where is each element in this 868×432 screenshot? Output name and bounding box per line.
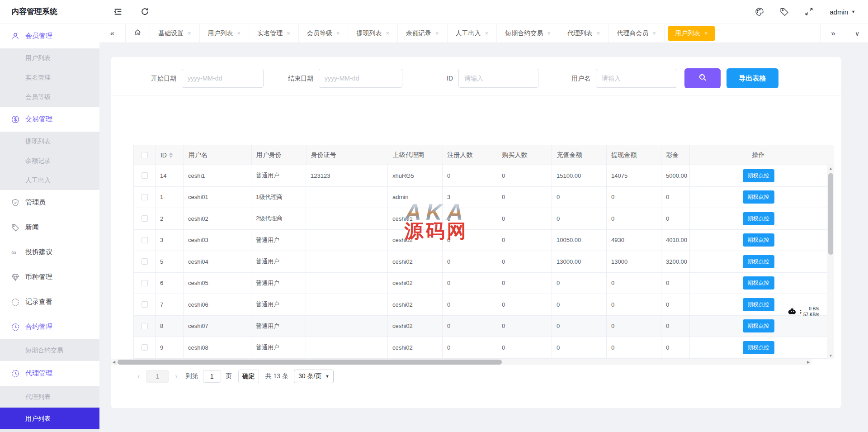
scroll-left-icon[interactable]: ◀	[111, 359, 117, 365]
refresh-icon[interactable]	[140, 7, 150, 17]
sidebar-item-agent-list[interactable]: 代理列表	[0, 386, 99, 408]
sidebar-group-contract[interactable]: 合约管理	[0, 314, 99, 339]
scroll-up-icon[interactable]: ▲	[827, 165, 834, 171]
collapse-menu-icon[interactable]	[113, 7, 123, 17]
sidebar-item-short-contract[interactable]: 短期合约交易	[0, 339, 99, 361]
tabs-scroll-left-button[interactable]: «	[99, 24, 126, 43]
sidebar-group-records[interactable]: 记录查看	[0, 290, 99, 314]
row-checkbox[interactable]	[142, 237, 148, 243]
home-tab[interactable]	[126, 24, 150, 43]
close-icon[interactable]: ×	[435, 30, 439, 37]
option-control-button[interactable]: 期权点控	[743, 255, 774, 268]
search-button[interactable]	[684, 68, 721, 88]
close-icon[interactable]: ×	[287, 30, 290, 37]
cat-icon	[788, 307, 798, 317]
option-control-button[interactable]: 期权点控	[743, 190, 774, 204]
sidebar-item-realname[interactable]: 实名管理	[0, 68, 99, 87]
row-checkbox[interactable]	[142, 301, 148, 308]
tab-user-list-active[interactable]: 用户列表×	[668, 26, 715, 41]
table-row: 14 ceshi1 普通用户 123123 xhuRG5 0 0 15100.0…	[133, 165, 834, 187]
close-icon[interactable]: ×	[336, 30, 340, 37]
id-input[interactable]	[458, 69, 538, 88]
next-page-icon[interactable]: ›	[173, 372, 179, 380]
sidebar-item-agent-user-list[interactable]: 用户列表	[0, 408, 99, 429]
horizontal-scroll-thumb[interactable]	[118, 360, 502, 365]
row-checkbox[interactable]	[142, 258, 148, 265]
option-control-button[interactable]: 期权点控	[743, 319, 774, 332]
tab-manual-inout[interactable]: 人工出入×	[448, 24, 497, 43]
sidebar-group-admin[interactable]: 管理员	[0, 190, 99, 215]
sidebar-item-member-level[interactable]: 会员等级	[0, 87, 99, 107]
header-spacer	[827, 145, 834, 165]
sidebar-item-withdraw-list[interactable]: 提现列表	[0, 132, 99, 151]
top-header: admin ▼	[99, 0, 868, 24]
sidebar-item-balance-records[interactable]: 余额记录	[0, 151, 99, 171]
close-icon[interactable]: ×	[485, 30, 489, 37]
clock-icon	[11, 370, 19, 378]
submenu-agent: 代理列表 用户列表	[0, 386, 99, 432]
row-checkbox[interactable]	[142, 280, 148, 286]
row-checkbox[interactable]	[142, 323, 148, 329]
row-checkbox[interactable]	[142, 194, 148, 200]
tab-member-level[interactable]: 会员等级×	[299, 24, 349, 43]
option-control-button[interactable]: 期权点控	[743, 212, 774, 225]
tag-icon[interactable]	[780, 7, 789, 16]
export-button[interactable]: 导出表格	[726, 68, 778, 88]
tab-list: 基础设置× 用户列表× 实名管理× 会员等级× 提现列表× 余额记录× 人工出入…	[150, 24, 820, 43]
tab-agent-list[interactable]: 代理列表×	[559, 24, 609, 43]
option-control-button[interactable]: 期权点控	[743, 341, 774, 354]
palette-icon[interactable]	[755, 7, 764, 16]
sidebar-group-currency[interactable]: 币种管理	[0, 265, 99, 290]
row-checkbox[interactable]	[142, 215, 148, 222]
select-all-checkbox[interactable]	[142, 152, 148, 158]
sidebar-item-manual-inout[interactable]: 人工出入	[0, 171, 99, 190]
tab-user-list[interactable]: 用户列表×	[200, 24, 250, 43]
horizontal-scrollbar[interactable]: ◀ ▶	[111, 359, 811, 365]
submenu-member: 用户列表 实名管理 会员等级	[0, 48, 99, 107]
submenu-trade: 提现列表 余额记录 人工出入	[0, 132, 99, 190]
start-date-input[interactable]	[182, 69, 264, 88]
tab-basic-settings[interactable]: 基础设置×	[150, 24, 200, 43]
sidebar-group-news[interactable]: 新闻	[0, 215, 99, 240]
tab-realname[interactable]: 实名管理×	[249, 24, 299, 43]
row-checkbox[interactable]	[142, 172, 148, 179]
option-control-button[interactable]: 期权点控	[743, 298, 774, 311]
scroll-down-icon[interactable]: ▼	[827, 352, 834, 359]
option-control-button[interactable]: 期权点控	[743, 276, 774, 290]
sidebar-group-member[interactable]: 会员管理	[0, 24, 99, 48]
tab-short-contract[interactable]: 短期合约交易×	[497, 24, 559, 43]
page-size-select[interactable]: 30 条/页 ▼	[294, 370, 334, 383]
tabs-dropdown-button[interactable]: ∨	[846, 24, 868, 43]
scroll-right-icon[interactable]: ▶	[805, 359, 811, 365]
close-icon[interactable]: ×	[386, 30, 389, 37]
row-checkbox[interactable]	[142, 344, 148, 351]
fullscreen-icon[interactable]	[805, 7, 814, 16]
page-number[interactable]: 1	[146, 370, 169, 383]
sidebar-item-user-list[interactable]: 用户列表	[0, 48, 99, 68]
vertical-scrollbar[interactable]: ▲ ▼	[827, 165, 834, 359]
close-icon[interactable]: ×	[188, 30, 191, 37]
sidebar-group-agent[interactable]: 代理管理	[0, 361, 99, 386]
tab-withdraw-list[interactable]: 提现列表×	[348, 24, 398, 43]
tab-balance-records[interactable]: 余额记录×	[398, 24, 448, 43]
end-date-label: 结束日期	[275, 68, 313, 88]
close-icon[interactable]: ×	[547, 30, 551, 37]
option-control-button[interactable]: 期权点控	[743, 233, 774, 247]
sort-icon[interactable]	[169, 152, 173, 158]
username-input[interactable]	[596, 69, 677, 88]
prev-page-icon[interactable]: ‹	[136, 372, 142, 380]
confirm-button[interactable]: 确定	[238, 370, 259, 383]
goto-page-input[interactable]	[203, 370, 221, 383]
tab-agent-members[interactable]: 代理商会员×	[609, 24, 665, 43]
close-icon[interactable]: ×	[652, 30, 656, 37]
close-icon[interactable]: ×	[597, 30, 600, 37]
user-menu[interactable]: admin ▼	[830, 8, 855, 16]
tabs-scroll-right-button[interactable]: »	[820, 24, 846, 43]
sidebar-group-feedback[interactable]: ∞ 投拆建议	[0, 240, 99, 265]
sidebar-group-trade[interactable]: 交易管理	[0, 107, 99, 132]
vertical-scroll-thumb[interactable]	[828, 173, 833, 255]
close-icon[interactable]: ×	[237, 30, 241, 37]
end-date-input[interactable]	[319, 69, 402, 88]
close-icon[interactable]: ×	[704, 30, 708, 37]
option-control-button[interactable]: 期权点控	[743, 169, 774, 182]
